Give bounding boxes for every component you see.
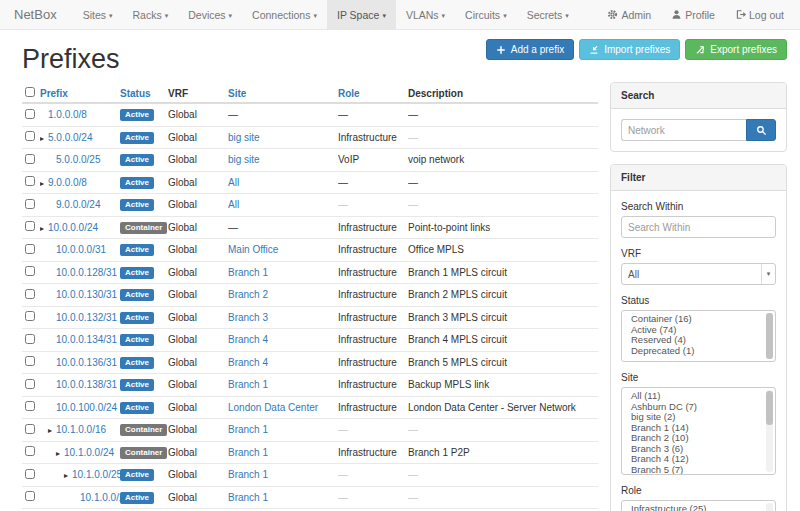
site-listbox[interactable]: All (11)Ashburn DC (7)big site (2)Branch… — [621, 387, 776, 475]
expand-arrow-icon[interactable]: ▸ — [56, 449, 64, 458]
status-option[interactable]: Reserved (4) — [622, 335, 775, 346]
row-checkbox[interactable] — [25, 311, 35, 321]
row-checkbox[interactable] — [25, 424, 35, 434]
prefix-link[interactable]: 10.1.0.0/25 — [72, 469, 120, 480]
row-checkbox[interactable] — [25, 469, 35, 479]
nav-item-devices[interactable]: Devices▾ — [178, 0, 242, 29]
role-listbox[interactable]: Infrastructure (25)Management (8)Private… — [621, 500, 776, 511]
site-link[interactable]: Main Office — [228, 244, 278, 255]
row-checkbox[interactable] — [25, 266, 35, 276]
scrollbar-track[interactable] — [766, 503, 773, 511]
row-checkbox[interactable] — [25, 244, 35, 254]
prefix-link[interactable]: 5.0.0.0/24 — [48, 132, 92, 143]
scrollbar-track[interactable] — [766, 313, 773, 359]
prefix-link[interactable]: 10.1.0.0/16 — [56, 424, 106, 435]
row-checkbox[interactable] — [25, 221, 35, 231]
row-checkbox[interactable] — [25, 334, 35, 344]
site-option[interactable]: Branch 4 (12) — [622, 454, 775, 465]
prefix-link[interactable]: 9.0.0.0/24 — [56, 199, 100, 210]
status-option[interactable]: Container (16) — [622, 314, 775, 325]
row-checkbox[interactable] — [25, 154, 35, 164]
prefix-link[interactable]: 10.1.0.0/26 — [80, 492, 120, 503]
prefix-link[interactable]: 10.0.0.130/31 — [56, 289, 117, 300]
expand-arrow-icon[interactable]: ▸ — [40, 224, 48, 233]
nav-log-out-link[interactable]: Log out — [725, 0, 794, 29]
column-header-label[interactable]: Site — [228, 88, 246, 99]
site-link[interactable]: All — [228, 199, 239, 210]
nav-item-vlans[interactable]: VLANs▾ — [396, 0, 455, 29]
vrf-select[interactable]: All ▾ — [621, 263, 776, 285]
add-a-prefix-button[interactable]: Add a prefix — [486, 39, 574, 60]
site-link[interactable]: Branch 1 — [228, 379, 268, 390]
site-link[interactable]: Branch 4 — [228, 357, 268, 368]
site-option[interactable]: All (11) — [622, 391, 775, 402]
scrollbar-thumb[interactable] — [766, 313, 773, 359]
row-checkbox[interactable] — [25, 131, 35, 141]
status-listbox[interactable]: Container (16)Active (74)Reserved (4)Dep… — [621, 310, 776, 362]
column-header-label[interactable]: Prefix — [40, 88, 68, 99]
prefix-link[interactable]: 10.1.0.0/24 — [64, 447, 114, 458]
site-link[interactable]: Branch 4 — [228, 334, 268, 345]
column-header-label[interactable]: Status — [120, 88, 151, 99]
prefix-link[interactable]: 10.0.0.136/31 — [56, 357, 117, 368]
nav-item-connections[interactable]: Connections▾ — [242, 0, 327, 29]
site-link[interactable]: big site — [228, 154, 260, 165]
nav-item-ip-space[interactable]: IP Space▾ — [327, 0, 396, 29]
select-all-checkbox[interactable] — [25, 87, 35, 97]
row-checkbox[interactable] — [25, 176, 35, 186]
row-checkbox[interactable] — [25, 446, 35, 456]
search-within-input[interactable] — [621, 216, 776, 238]
nav-profile-link[interactable]: Profile — [661, 0, 725, 29]
site-option[interactable]: big site (2) — [622, 412, 775, 423]
site-link[interactable]: London Data Center — [228, 402, 318, 413]
prefix-link[interactable]: 5.0.0.0/25 — [56, 154, 100, 165]
site-option[interactable]: Branch 2 (10) — [622, 433, 775, 444]
site-link[interactable]: Branch 1 — [228, 447, 268, 458]
expand-arrow-icon[interactable]: ▸ — [48, 426, 56, 435]
prefix-link[interactable]: 9.0.0.0/8 — [48, 177, 87, 188]
prefix-cell: 10.0.0.130/31 — [40, 289, 120, 300]
site-link[interactable]: All — [228, 177, 239, 188]
site-link[interactable]: Branch 1 — [228, 469, 268, 480]
nav-item-label: Log out — [749, 9, 784, 21]
search-input[interactable] — [621, 119, 746, 141]
nav-item-circuits[interactable]: Circuits▾ — [455, 0, 517, 29]
site-link[interactable]: big site — [228, 132, 260, 143]
site-link[interactable]: Branch 3 — [228, 312, 268, 323]
expand-arrow-icon[interactable]: ▸ — [64, 471, 72, 480]
import-prefixes-button[interactable]: Import prefixes — [579, 39, 680, 60]
brand-link[interactable]: NetBox — [14, 0, 57, 29]
status-option[interactable]: Deprecated (1) — [622, 346, 775, 357]
row-checkbox[interactable] — [25, 109, 35, 119]
prefix-link[interactable]: 10.0.0.134/31 — [56, 334, 117, 345]
scrollbar-thumb[interactable] — [766, 391, 773, 425]
row-checkbox[interactable] — [25, 289, 35, 299]
scrollbar-track[interactable] — [766, 390, 773, 472]
nav-item-sites[interactable]: Sites▾ — [73, 0, 123, 29]
row-checkbox[interactable] — [25, 356, 35, 366]
expand-arrow-icon[interactable]: ▸ — [40, 134, 48, 143]
prefix-link[interactable]: 10.0.0.128/31 — [56, 267, 117, 278]
search-button[interactable] — [746, 119, 776, 141]
expand-arrow-icon[interactable]: ▸ — [40, 179, 48, 188]
site-link[interactable]: Branch 2 — [228, 289, 268, 300]
row-checkbox[interactable] — [25, 199, 35, 209]
prefix-link[interactable]: 10.0.100.0/24 — [56, 402, 117, 413]
row-checkbox[interactable] — [25, 401, 35, 411]
prefix-link[interactable]: 10.0.0.138/31 — [56, 379, 117, 390]
nav-item-racks[interactable]: Racks▾ — [123, 0, 179, 29]
site-link[interactable]: Branch 1 — [228, 424, 268, 435]
role-option[interactable]: Infrastructure (25) — [622, 504, 775, 511]
site-link[interactable]: Branch 1 — [228, 267, 268, 278]
prefix-link[interactable]: 10.0.0.0/31 — [56, 244, 106, 255]
site-link[interactable]: Branch 1 — [228, 492, 268, 503]
nav-admin-link[interactable]: Admin — [597, 0, 661, 29]
prefix-link[interactable]: 10.0.0.132/31 — [56, 312, 117, 323]
column-header-label[interactable]: Role — [338, 88, 360, 99]
row-checkbox[interactable] — [25, 491, 35, 501]
export-prefixes-button[interactable]: Export prefixes — [685, 39, 787, 60]
row-checkbox[interactable] — [25, 379, 35, 389]
nav-item-secrets[interactable]: Secrets▾ — [517, 0, 579, 29]
prefix-link[interactable]: 10.0.0.0/24 — [48, 222, 98, 233]
prefix-link[interactable]: 1.0.0.0/8 — [48, 109, 87, 120]
